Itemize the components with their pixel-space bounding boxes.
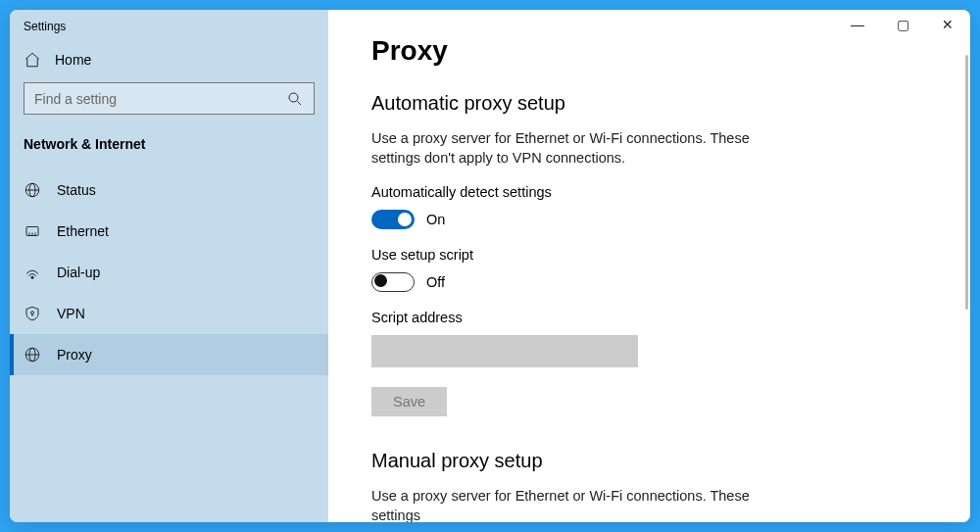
search-input[interactable]	[34, 91, 286, 107]
titlebar-controls: — ▢ ✕	[835, 10, 970, 39]
auto-proxy-heading: Automatic proxy setup	[371, 92, 927, 115]
save-button[interactable]: Save	[371, 387, 447, 416]
maximize-button[interactable]: ▢	[880, 10, 925, 39]
manual-proxy-heading: Manual proxy setup	[371, 450, 927, 472]
search-box[interactable]	[24, 82, 315, 115]
sidebar-item-dialup[interactable]: Dial-up	[10, 252, 328, 293]
auto-detect-label: Automatically detect settings	[371, 184, 927, 200]
ethernet-icon	[24, 222, 41, 240]
minimize-button[interactable]: —	[835, 10, 880, 39]
content-scroll[interactable]: Proxy Automatic proxy setup Use a proxy …	[328, 10, 970, 522]
auto-proxy-desc: Use a proxy server for Ethernet or Wi-Fi…	[371, 128, 793, 169]
setup-script-toggle-row: Off	[371, 272, 927, 292]
sidebar-item-status[interactable]: Status	[10, 169, 328, 211]
svg-point-9	[31, 276, 33, 278]
shield-icon	[24, 305, 41, 322]
sidebar-item-label: Status	[57, 182, 96, 198]
home-label: Home	[55, 52, 91, 68]
manual-proxy-desc: Use a proxy server for Ethernet or Wi-Fi…	[371, 486, 793, 522]
setup-script-toggle[interactable]	[371, 272, 415, 292]
auto-detect-state: On	[426, 212, 445, 227]
sidebar-item-ethernet[interactable]: Ethernet	[10, 211, 328, 252]
sidebar-item-label: Ethernet	[57, 223, 109, 239]
search-container	[10, 82, 328, 136]
window-title: Settings	[10, 10, 328, 41]
globe-icon	[24, 346, 41, 363]
nav-list: Status Ethernet Dial-up VPN	[10, 169, 328, 375]
sidebar-item-label: Proxy	[57, 347, 92, 363]
close-icon: ✕	[942, 17, 954, 32]
toggle-knob	[398, 213, 412, 226]
setup-script-state: Off	[426, 274, 445, 290]
page-title: Proxy	[371, 35, 927, 67]
sidebar-item-vpn[interactable]: VPN	[10, 293, 328, 334]
sidebar-item-label: Dial-up	[57, 265, 100, 280]
script-address-label: Script address	[371, 310, 927, 325]
sidebar: Settings Home Network & Internet Status	[10, 10, 328, 522]
minimize-icon: —	[851, 17, 864, 32]
svg-point-10	[31, 312, 34, 314]
auto-detect-toggle[interactable]	[371, 210, 415, 229]
save-button-label: Save	[393, 394, 425, 410]
home-nav[interactable]: Home	[10, 41, 328, 82]
close-button[interactable]: ✕	[925, 10, 970, 39]
svg-point-0	[289, 93, 298, 102]
search-icon	[286, 90, 304, 108]
auto-detect-toggle-row: On	[371, 210, 927, 229]
script-address-input[interactable]	[371, 335, 638, 367]
scrollbar[interactable]	[965, 55, 968, 310]
maximize-icon: ▢	[897, 17, 909, 32]
setup-script-label: Use setup script	[371, 247, 927, 263]
content-pane: — ▢ ✕ Proxy Automatic proxy setup Use a …	[328, 10, 970, 522]
toggle-knob	[374, 274, 387, 287]
settings-window: Settings Home Network & Internet Status	[10, 10, 970, 522]
globe-icon	[24, 181, 41, 199]
svg-line-1	[297, 101, 301, 105]
sidebar-item-proxy[interactable]: Proxy	[10, 334, 328, 375]
home-icon	[24, 51, 41, 69]
sidebar-item-label: VPN	[57, 306, 85, 321]
category-heading: Network & Internet	[10, 136, 328, 169]
dialup-icon	[24, 264, 41, 281]
